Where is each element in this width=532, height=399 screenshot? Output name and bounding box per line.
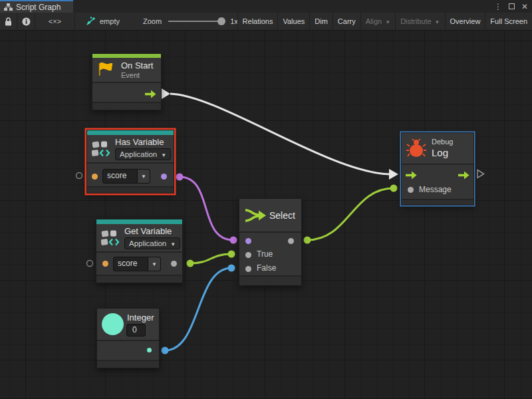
variables-icon	[101, 229, 120, 247]
exec-output-port[interactable]	[458, 171, 469, 180]
message-port-label: Message	[419, 185, 452, 194]
false-port-label: False	[257, 263, 276, 273]
scope-label: Application	[129, 239, 166, 247]
graph-canvas[interactable]: On Start Event Has Variable Appl	[0, 31, 532, 398]
exec-output-port[interactable]	[145, 90, 156, 98]
maximize-icon[interactable]	[509, 3, 515, 9]
variable-scope-dropdown[interactable]: Application ▼	[115, 148, 171, 160]
lock-button[interactable]	[0, 13, 17, 30]
node-title: Integer	[127, 313, 154, 323]
wire-dot[interactable]	[162, 347, 169, 354]
wire-start-arrow[interactable]	[162, 88, 170, 99]
unconnected-port[interactable]	[87, 261, 93, 267]
tab-script-graph[interactable]: Script Graph	[0, 0, 73, 13]
node-title: On Start	[121, 61, 153, 70]
chevron-down-icon: ▼	[170, 241, 176, 247]
node-category: Debug	[432, 138, 453, 146]
true-port-label: True	[257, 249, 273, 259]
false-input-port[interactable]	[245, 266, 251, 272]
node-title: Log	[432, 147, 448, 158]
result-output-port[interactable]	[161, 174, 167, 180]
wire-dot[interactable]	[230, 237, 237, 244]
variable-scope-dropdown[interactable]: Application ▼	[124, 237, 180, 249]
wire-dot[interactable]	[390, 185, 398, 192]
node-subtitle: Event	[121, 71, 140, 79]
distribute-button[interactable]: Distribute▼	[395, 13, 444, 30]
wire-getvar-to-select[interactable]	[190, 254, 231, 263]
code-toggle-label: <×>	[49, 17, 61, 25]
variable-name-value: score	[103, 170, 137, 183]
info-icon	[22, 17, 31, 26]
chevron-down-icon: ▼	[435, 19, 440, 25]
chevron-down-icon: ▼	[385, 19, 390, 25]
variable-name-field[interactable]: score ▼	[102, 169, 150, 184]
zoom-slider-knob[interactable]	[217, 17, 225, 25]
code-toggle-button[interactable]: <×>	[35, 13, 75, 30]
wire-dot[interactable]	[187, 260, 194, 267]
distribute-label: Distribute	[400, 17, 431, 25]
bug-icon	[406, 139, 426, 158]
lock-icon	[5, 17, 12, 26]
name-input-port[interactable]	[102, 261, 108, 267]
dim-label: Dim	[315, 17, 328, 25]
carry-button[interactable]: Carry	[332, 13, 360, 30]
value-output-port[interactable]	[171, 261, 177, 267]
unconnected-port[interactable]	[76, 173, 82, 179]
window-tab-bar: Script Graph ⋮ ✕	[0, 0, 532, 13]
node-has-variable[interactable]: Has Variable Application ▼ score ▼	[86, 130, 174, 194]
node-get-variable[interactable]: Get Variable Application ▼ score ▼	[96, 219, 183, 283]
node-integer[interactable]: Integer 0	[96, 308, 160, 368]
node-select[interactable]: Select True False	[239, 198, 302, 286]
flag-icon	[97, 61, 114, 78]
wire-hasvar-to-select[interactable]	[180, 177, 233, 240]
relations-button[interactable]: Relations	[237, 13, 278, 30]
scope-label: Application	[120, 150, 157, 158]
message-input-port[interactable]	[408, 187, 414, 193]
chevron-down-icon: ▼	[161, 152, 166, 158]
graph-icon	[4, 3, 13, 11]
tab-title: Script Graph	[16, 3, 61, 12]
graph-toolbar: <×> empty Zoom 1x Relations Values Dim C…	[0, 13, 532, 31]
selector-input-port[interactable]	[245, 238, 251, 244]
selection-output-port[interactable]	[288, 238, 294, 244]
node-on-start[interactable]: On Start Event	[92, 53, 162, 110]
variable-color-bar	[96, 219, 182, 224]
empty-graph-icon	[85, 17, 96, 26]
info-button[interactable]	[17, 13, 35, 30]
select-icon	[245, 207, 267, 224]
wire-dot[interactable]	[176, 174, 184, 181]
dim-button[interactable]: Dim	[309, 13, 332, 30]
wire-dot[interactable]	[228, 251, 235, 258]
variable-name-dropdown[interactable]: ▼	[137, 170, 150, 183]
carry-label: Carry	[338, 17, 356, 25]
menu-icon[interactable]: ⋮	[494, 2, 502, 11]
values-label: Values	[283, 17, 305, 25]
variable-name-dropdown[interactable]: ▼	[148, 257, 160, 271]
empty-label: empty	[100, 17, 120, 25]
variable-name-field[interactable]: score ▼	[113, 257, 161, 271]
zoom-slider[interactable]	[168, 21, 224, 22]
true-input-port[interactable]	[245, 252, 251, 258]
wire-select-to-log[interactable]	[307, 188, 394, 240]
node-title: Has Variable	[115, 137, 164, 147]
wire-end-arrow[interactable]	[389, 169, 398, 180]
variable-name-value: score	[114, 257, 148, 271]
node-debug-log[interactable]: Debug Log Message	[401, 132, 474, 205]
integer-value: 0	[127, 325, 145, 336]
overview-button[interactable]: Overview	[445, 13, 485, 30]
node-title: Select	[269, 210, 295, 221]
unconnected-exec-port[interactable]	[477, 170, 484, 178]
wire-onstart-to-log[interactable]	[170, 94, 390, 174]
exec-input-port[interactable]	[406, 171, 417, 180]
integer-value-field[interactable]: 0	[126, 324, 146, 336]
fullscreen-button[interactable]: Full Screen	[485, 13, 532, 30]
wire-dot[interactable]	[304, 237, 311, 244]
wire-dot[interactable]	[228, 265, 235, 272]
close-icon[interactable]: ✕	[521, 2, 528, 11]
values-button[interactable]: Values	[277, 13, 309, 30]
align-button[interactable]: Align▼	[360, 13, 395, 30]
integer-output-port[interactable]	[147, 348, 152, 352]
overview-label: Overview	[450, 17, 481, 25]
integer-icon	[102, 313, 124, 335]
name-input-port[interactable]	[92, 174, 98, 180]
